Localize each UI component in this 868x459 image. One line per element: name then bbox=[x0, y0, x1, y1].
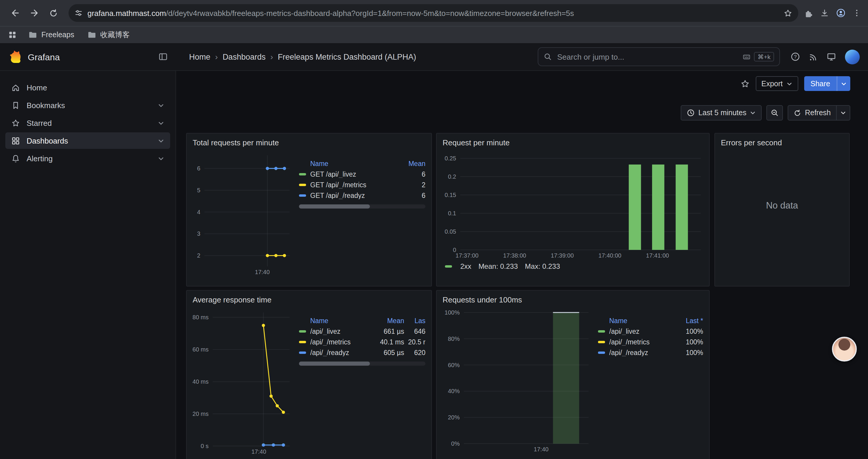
back-button[interactable] bbox=[6, 4, 25, 23]
breadcrumb-item[interactable]: Freeleaps Metrics Dashboard (ALPHA) bbox=[278, 52, 416, 61]
series-swatch bbox=[299, 194, 306, 197]
chevron-down-icon bbox=[786, 80, 792, 87]
legend-row[interactable]: /api/_/metrics100% bbox=[598, 337, 703, 347]
series-name[interactable]: GET /api/_/metrics bbox=[310, 182, 399, 189]
profile-icon[interactable] bbox=[836, 8, 845, 18]
time-series-chart[interactable]: 80 ms60 ms40 ms20 ms0 s17:40 bbox=[193, 308, 293, 455]
series-name[interactable]: /api/_/readyz bbox=[310, 349, 375, 356]
series-swatch bbox=[299, 173, 306, 175]
series-name[interactable]: /api/_/readyz bbox=[609, 349, 675, 356]
series-name[interactable]: /api/_/metrics bbox=[310, 338, 375, 346]
menu-kebab-icon[interactable] bbox=[852, 9, 861, 17]
grafana-logo[interactable] bbox=[8, 50, 22, 64]
series-swatch bbox=[598, 352, 605, 354]
bookmark-icon bbox=[11, 101, 20, 109]
series-name[interactable]: 2xx bbox=[460, 262, 471, 270]
search-input[interactable] bbox=[556, 52, 743, 62]
monitor-icon[interactable] bbox=[827, 52, 836, 61]
series-name[interactable]: /api/_/metrics bbox=[609, 338, 675, 346]
forward-button[interactable] bbox=[25, 4, 44, 23]
chevron-down-icon[interactable] bbox=[158, 155, 164, 162]
panel-title[interactable]: Errors per second bbox=[721, 137, 843, 151]
export-button[interactable]: Export bbox=[755, 76, 798, 91]
legend-scrollbar[interactable] bbox=[299, 362, 426, 366]
legend-row[interactable]: /api/_livez100% bbox=[598, 326, 703, 337]
legend-row[interactable]: /api/_/readyz100% bbox=[598, 347, 703, 358]
bell-icon bbox=[11, 154, 20, 163]
svg-text:80%: 80% bbox=[448, 335, 460, 342]
panel-title[interactable]: Requests under 100ms bbox=[442, 294, 703, 308]
legend-header: NameLast * bbox=[598, 316, 703, 326]
series-name[interactable]: GET /api/_livez bbox=[310, 171, 399, 178]
downloads-icon[interactable] bbox=[820, 8, 829, 18]
breadcrumb-item[interactable]: Home bbox=[189, 52, 210, 61]
series-swatch bbox=[598, 330, 605, 333]
legend-row[interactable]: GET /api/_/metrics2 bbox=[299, 179, 426, 190]
legend-row[interactable]: GET /api/_livez6 bbox=[299, 169, 426, 179]
panel-title[interactable]: Total requests per minute bbox=[193, 137, 426, 151]
svg-text:60%: 60% bbox=[448, 362, 460, 368]
dock-sidebar-button[interactable] bbox=[158, 52, 168, 61]
svg-text:0.1: 0.1 bbox=[448, 210, 456, 217]
panel-title[interactable]: Average response time bbox=[193, 294, 426, 308]
assistant-avatar[interactable] bbox=[832, 337, 857, 362]
bookmarks-list: Freeleaps收藏博客 bbox=[28, 30, 130, 40]
refresh-interval-caret[interactable] bbox=[837, 105, 850, 121]
svg-text:17:40: 17:40 bbox=[534, 446, 549, 453]
sidebar-item-dashboards[interactable]: Dashboards bbox=[5, 132, 170, 149]
scrollbar-thumb[interactable] bbox=[299, 362, 370, 366]
sidebar-item-starred[interactable]: Starred bbox=[5, 114, 170, 131]
sidebar-item-alerting[interactable]: Alerting bbox=[5, 150, 170, 167]
chevron-down-icon[interactable] bbox=[158, 120, 164, 126]
reload-button[interactable] bbox=[44, 4, 63, 23]
breadcrumb-item[interactable]: Dashboards bbox=[222, 52, 266, 61]
legend-row[interactable]: /api/_livez661 µs646 bbox=[299, 326, 426, 337]
legend-row[interactable]: /api/_/metrics40.1 ms20.5 r bbox=[299, 337, 426, 347]
help-icon[interactable]: ? bbox=[790, 52, 800, 61]
brand-name: Grafana bbox=[28, 52, 60, 62]
apps-grid-icon[interactable] bbox=[8, 31, 17, 39]
sidebar-item-bookmarks[interactable]: Bookmarks bbox=[5, 97, 170, 113]
series-value: 20.5 r bbox=[404, 338, 426, 346]
series-value: 40.1 ms bbox=[375, 338, 404, 346]
url-bar[interactable]: grafana.mathmast.com/d/deytv4rwavabkb/fr… bbox=[68, 4, 798, 22]
clock-icon bbox=[687, 109, 695, 117]
bookmark-label: Freeleaps bbox=[41, 31, 74, 39]
time-range-picker[interactable]: Last 5 minutes bbox=[681, 105, 762, 121]
series-name[interactable]: /api/_livez bbox=[609, 328, 675, 335]
legend-row[interactable]: /api/_/readyz605 µs620 bbox=[299, 347, 426, 358]
grafana-header-left: Grafana bbox=[0, 50, 176, 64]
screen: grafana.mathmast.com/d/deytv4rwavabkb/fr… bbox=[0, 0, 868, 459]
svg-text:20 ms: 20 ms bbox=[193, 411, 209, 417]
series-value: 100% bbox=[675, 349, 703, 356]
user-avatar[interactable] bbox=[845, 49, 860, 64]
series-name[interactable]: /api/_livez bbox=[310, 328, 375, 335]
site-info-icon[interactable] bbox=[74, 9, 83, 17]
search-shortcut: ⌘+k bbox=[754, 52, 774, 61]
sidebar-item-home[interactable]: Home bbox=[5, 79, 170, 96]
chevron-down-icon[interactable] bbox=[158, 102, 164, 108]
series-value: 661 µs bbox=[375, 328, 404, 335]
legend-row[interactable]: GET /api/_/readyz6 bbox=[299, 190, 426, 201]
time-series-chart[interactable]: 6543217:40 bbox=[193, 151, 293, 276]
series-name[interactable]: GET /api/_/readyz bbox=[310, 192, 399, 199]
zoom-out-button[interactable] bbox=[766, 105, 783, 121]
share-caret[interactable] bbox=[837, 76, 850, 91]
refresh-button[interactable]: Refresh bbox=[788, 105, 837, 121]
grafana-body: HomeBookmarksStarredDashboardsAlerting E… bbox=[0, 71, 868, 459]
extensions-icon[interactable] bbox=[804, 8, 813, 18]
legend-scrollbar[interactable] bbox=[299, 204, 426, 208]
panel-title[interactable]: Request per minute bbox=[442, 137, 703, 151]
bookmark-folder[interactable]: Freeleaps bbox=[28, 30, 74, 40]
bar-chart[interactable]: 0.250.20.150.10.05017:37:0017:38:0017:39… bbox=[442, 151, 704, 259]
scrollbar-thumb[interactable] bbox=[299, 204, 370, 208]
bar-chart[interactable]: 100%80%60%40%20%0%17:40 bbox=[442, 308, 592, 453]
bookmark-folder[interactable]: 收藏博客 bbox=[87, 30, 130, 40]
chevron-down-icon[interactable] bbox=[158, 137, 164, 144]
bookmark-star-icon[interactable] bbox=[783, 8, 793, 18]
search-box[interactable]: ⌘+k bbox=[538, 47, 780, 66]
search-icon bbox=[544, 53, 552, 61]
rss-icon[interactable] bbox=[809, 52, 818, 61]
favorite-star-button[interactable] bbox=[740, 79, 749, 88]
share-button[interactable]: Share bbox=[804, 76, 850, 91]
